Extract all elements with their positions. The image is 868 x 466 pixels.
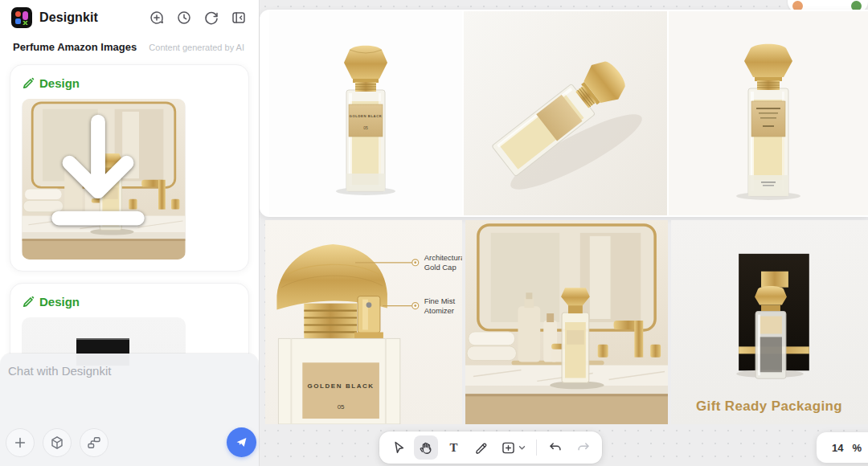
design-card-header: Design: [22, 295, 239, 309]
image-bottle-front-alt[interactable]: [669, 11, 868, 215]
bottle-label-name: GOLDEN BLACK: [350, 114, 383, 118]
redo-icon: [575, 439, 592, 456]
artboard-marketing-shots: GOLDEN BLACK 05 Architectural Gold Cap F…: [265, 220, 868, 425]
new-chat-icon: [149, 10, 165, 26]
svg-text:T: T: [449, 441, 457, 454]
callout-cap-line2: Gold Cap: [424, 263, 457, 272]
redo-button[interactable]: [571, 435, 595, 460]
image-bathroom-scene[interactable]: [465, 220, 669, 424]
collapse-sidebar-button[interactable]: [230, 9, 248, 27]
collapse-sidebar-icon: [231, 10, 247, 26]
app-title: Designkit: [39, 10, 98, 25]
select-tool-button[interactable]: [387, 435, 411, 460]
image-cap-closeup[interactable]: GOLDEN BLACK 05 Architectural Gold Cap F…: [265, 220, 462, 424]
text-icon: T: [445, 439, 462, 456]
plus-icon: [12, 435, 28, 451]
callout-atomizer-line1: Fine Mist: [424, 296, 456, 305]
chevron-down-icon: [518, 445, 526, 451]
chat-panel: Chat with Designkit: [0, 354, 259, 466]
draw-tool-button[interactable]: [469, 435, 493, 460]
cube-icon: [49, 435, 65, 451]
callout-atomizer-line2: Atomizer: [424, 306, 454, 315]
gift-caption: Gift Ready Packaging: [696, 399, 842, 414]
history-icon: [176, 10, 192, 26]
cursor-icon: [391, 439, 407, 456]
image-bottle-front[interactable]: GOLDEN BLACK 05: [269, 11, 462, 215]
bottle-label-number: 05: [363, 125, 368, 130]
sidebar-header: Designkit: [0, 0, 259, 35]
image-bottle-tilted[interactable]: [464, 11, 667, 215]
history-button[interactable]: [175, 9, 193, 27]
zoom-unit: %: [852, 442, 862, 454]
toolbar-divider: [536, 439, 537, 456]
chat-input[interactable]: Chat with Designkit: [0, 354, 259, 378]
undo-button[interactable]: [543, 435, 567, 460]
design-card: Design: [10, 64, 249, 272]
undo-icon: [547, 439, 564, 456]
refresh-icon: [203, 10, 219, 26]
design-card-header: Design: [22, 76, 239, 90]
closeup-label-number: 05: [338, 403, 345, 411]
text-tool-button[interactable]: T: [441, 435, 465, 460]
callout-cap-line1: Architectural: [424, 253, 462, 262]
designkit-app: GOLDEN BLACK 05: [0, 0, 868, 466]
design-wand-icon: [22, 77, 35, 90]
artboard-product-shots[interactable]: GOLDEN BLACK 05: [260, 10, 868, 217]
ai-generated-note: Content generated by AI: [149, 43, 246, 52]
hand-icon: [418, 439, 435, 456]
design-canvas[interactable]: GOLDEN BLACK 05: [259, 0, 868, 466]
project-title: Perfume Amazon Images: [13, 41, 137, 53]
workflow-icon: [86, 435, 102, 451]
add-attachment-button[interactable]: [6, 428, 35, 457]
insert-icon: [500, 439, 517, 456]
image-gift-packaging[interactable]: Gift Ready Packaging: [671, 220, 868, 424]
hand-tool-button[interactable]: [414, 435, 438, 460]
design-card-label: Design: [39, 295, 80, 309]
refresh-button[interactable]: [203, 9, 220, 27]
zoom-level-control[interactable]: 14 %: [817, 432, 868, 463]
designkit-logo: [11, 7, 32, 28]
zoom-value: 14: [832, 442, 843, 454]
download-icon[interactable]: [22, 99, 180, 254]
canvas-toolbar: T: [379, 431, 602, 464]
design-result-thumbnail[interactable]: [22, 99, 186, 260]
design-wand-icon: [22, 296, 35, 309]
send-icon: [235, 435, 248, 449]
sidebar: Designkit: [0, 0, 259, 466]
closeup-label-name: GOLDEN BLACK: [308, 382, 375, 390]
design-card-label: Design: [39, 76, 80, 90]
object-3d-button[interactable]: [43, 428, 72, 457]
workflow-button[interactable]: [80, 428, 108, 457]
new-chat-button[interactable]: [148, 9, 166, 27]
pen-icon: [473, 439, 489, 456]
insert-tool-button[interactable]: [496, 435, 530, 460]
send-message-button[interactable]: [227, 427, 256, 457]
